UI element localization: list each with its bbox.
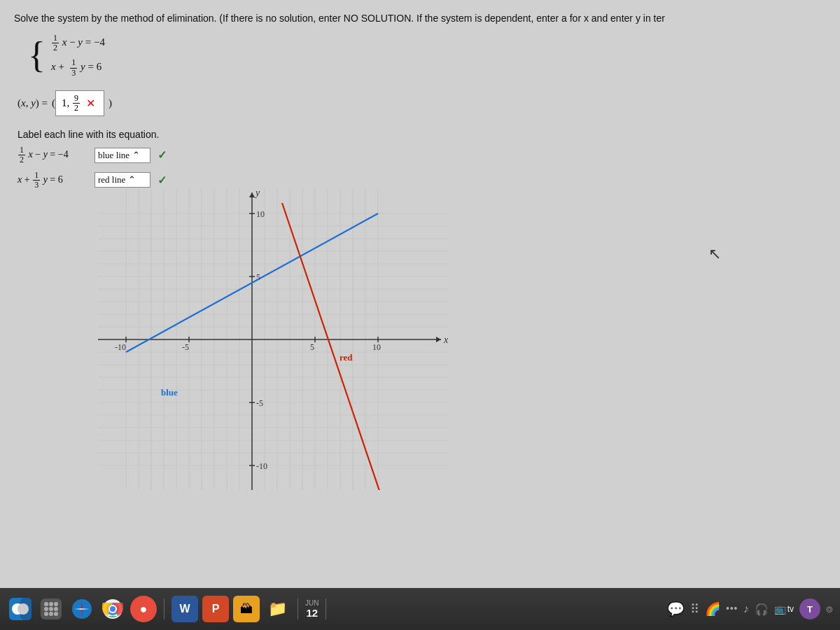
label-eq-1: 12 x − y = −4 bbox=[18, 146, 88, 164]
line2-color-dropdown[interactable]: red line ⌃ bbox=[94, 172, 150, 188]
blue-line-label: blue bbox=[161, 387, 178, 398]
equation-1: 12 x − y = −4 bbox=[51, 34, 105, 52]
answer-row: (x, y) = ( 1, 92 ✕ ) bbox=[18, 90, 826, 116]
svg-point-71 bbox=[44, 607, 48, 611]
answer-label: (x, y) = bbox=[18, 97, 48, 109]
answer-value-x: 1, bbox=[62, 97, 72, 109]
svg-point-68 bbox=[44, 602, 48, 606]
taskbar-safari-icon[interactable] bbox=[69, 596, 95, 622]
taskbar-audio-icon[interactable]: 🎧 bbox=[755, 603, 769, 616]
eq1-frac: 12 bbox=[51, 36, 62, 48]
svg-text:5: 5 bbox=[310, 342, 314, 352]
close-paren: ) bbox=[108, 97, 112, 109]
answer-input-box[interactable]: 1, 92 ✕ bbox=[55, 90, 104, 116]
tv-label: tv bbox=[788, 604, 794, 614]
svg-text:-10: -10 bbox=[256, 461, 267, 471]
equations-list: 12 x − y = −4 x + 13 y = 6 bbox=[51, 34, 105, 78]
taskbar: ● W P 🏔 📁 JUN 12 💬 ⠿ 🌈 ••• ♪ 🎧 bbox=[0, 588, 840, 630]
equation-2: x + 13 y = 6 bbox=[51, 58, 105, 77]
taskbar-music-icon[interactable]: ♪ bbox=[743, 603, 749, 615]
svg-point-74 bbox=[44, 612, 48, 616]
third-frac-label: 13 bbox=[33, 171, 40, 190]
half-frac-label: 12 bbox=[18, 146, 25, 164]
svg-point-76 bbox=[54, 612, 58, 616]
system-of-equations: { 12 x − y = −4 x + 13 y = 6 bbox=[28, 34, 826, 78]
taskbar-dots-icon[interactable]: ••• bbox=[726, 603, 738, 615]
clear-answer-button[interactable]: ✕ bbox=[86, 97, 95, 110]
svg-point-69 bbox=[49, 602, 53, 606]
taskbar-siri-icon[interactable]: 🌈 bbox=[705, 601, 720, 617]
line1-color-value: blue line bbox=[98, 150, 130, 161]
user-avatar-letter: T bbox=[807, 604, 813, 615]
label-row-2: x + 13 y = 6 red line ⌃ ✓ bbox=[18, 171, 826, 190]
taskbar-launchpad-icon[interactable] bbox=[38, 596, 64, 622]
third-fraction: 13 bbox=[70, 58, 77, 77]
line2-color-value: red line bbox=[98, 174, 125, 186]
taskbar-wifi-icon[interactable]: ⌾ bbox=[826, 603, 833, 615]
taskbar-date-number: 12 bbox=[305, 607, 318, 619]
dropdown-arrow-1: ⌃ bbox=[132, 150, 140, 161]
taskbar-messages-icon[interactable]: 💬 bbox=[667, 601, 685, 617]
half-fraction-1: 12 bbox=[52, 34, 59, 52]
svg-text:-10: -10 bbox=[115, 342, 126, 352]
taskbar-tv-button[interactable]: 📺 tv bbox=[774, 603, 794, 615]
taskbar-folder-icon[interactable]: 📁 bbox=[264, 596, 290, 622]
graph-container: y x -10 -5 5 10 10 5 -5 -10 blue red bbox=[98, 189, 448, 490]
dropdown-arrow-2: ⌃ bbox=[128, 174, 136, 186]
svg-point-73 bbox=[54, 607, 58, 611]
taskbar-finder-icon[interactable] bbox=[7, 596, 34, 622]
svg-text:-5: -5 bbox=[256, 398, 263, 408]
svg-point-66 bbox=[18, 603, 29, 615]
taskbar-chrome-icon[interactable] bbox=[99, 596, 126, 622]
taskbar-user-avatar[interactable]: T bbox=[799, 598, 820, 620]
tv-icon: 📺 bbox=[774, 603, 786, 615]
svg-text:y: y bbox=[254, 189, 260, 198]
svg-text:-5: -5 bbox=[182, 342, 189, 352]
taskbar-file-icon[interactable]: 🏔 bbox=[233, 596, 260, 622]
svg-text:10: 10 bbox=[372, 342, 381, 352]
label-row-1: 12 x − y = −4 blue line ⌃ ✓ bbox=[18, 146, 826, 164]
taskbar-word-icon[interactable]: W bbox=[172, 596, 198, 622]
taskbar-right-area: 💬 ⠿ 🌈 ••• ♪ 🎧 📺 tv T ⌾ bbox=[667, 598, 833, 620]
svg-text:x: x bbox=[443, 335, 448, 345]
line1-color-dropdown[interactable]: blue line ⌃ bbox=[94, 148, 150, 163]
brace-symbol: { bbox=[28, 37, 46, 74]
taskbar-ppt-icon[interactable]: P bbox=[202, 596, 229, 622]
check-icon-2: ✓ bbox=[158, 174, 167, 187]
taskbar-separator-1 bbox=[164, 598, 164, 620]
svg-text:10: 10 bbox=[256, 209, 265, 219]
svg-point-72 bbox=[49, 607, 53, 611]
main-content: Solve the system by the method of elimin… bbox=[0, 0, 840, 588]
taskbar-grid-icon[interactable]: ⠿ bbox=[690, 601, 699, 617]
label-section-title: Label each line with its equation. bbox=[18, 129, 826, 140]
problem-instruction: Solve the system by the method of elimin… bbox=[14, 13, 826, 24]
taskbar-time: JUN 12 bbox=[305, 599, 318, 619]
taskbar-spotlight-icon[interactable]: ● bbox=[130, 596, 157, 622]
coordinate-graph: y x -10 -5 5 10 10 5 -5 -10 blue red bbox=[98, 189, 448, 490]
svg-point-75 bbox=[49, 612, 53, 616]
svg-point-83 bbox=[110, 606, 115, 612]
taskbar-separator-2 bbox=[298, 598, 298, 620]
taskbar-separator-3 bbox=[326, 598, 326, 620]
cursor-arrow: ↖ bbox=[708, 245, 721, 263]
svg-point-70 bbox=[54, 602, 58, 606]
answer-fraction: 92 bbox=[73, 94, 80, 113]
red-line-label: red bbox=[340, 352, 353, 363]
check-icon-1: ✓ bbox=[158, 148, 167, 162]
label-section: Label each line with its equation. 12 x … bbox=[18, 129, 826, 190]
label-eq-2: x + 13 y = 6 bbox=[18, 171, 88, 190]
